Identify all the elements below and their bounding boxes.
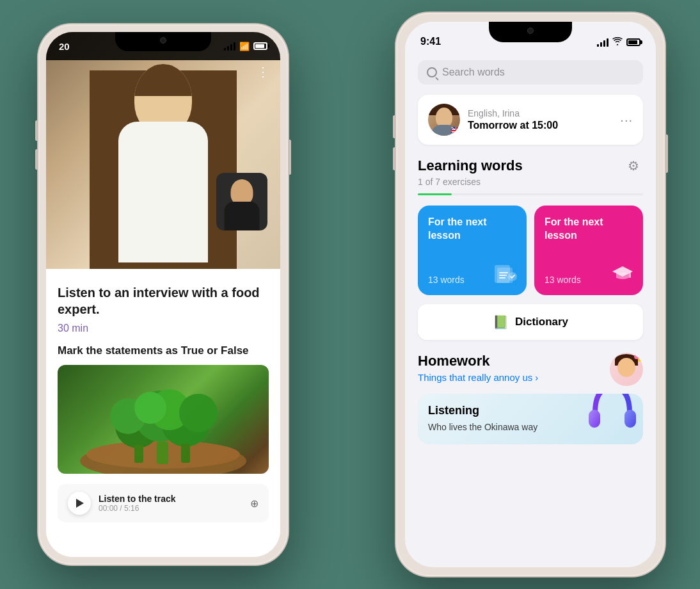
camera-left <box>160 37 166 44</box>
person-main <box>99 51 227 269</box>
power-button-right[interactable] <box>665 134 668 173</box>
status-icons-right <box>597 37 640 47</box>
search-icon <box>427 67 437 77</box>
svg-rect-17 <box>589 410 600 428</box>
left-screen: 20 📶 <box>46 32 280 557</box>
listening-card[interactable]: Listening Who lives the Okinawa way <box>418 394 643 444</box>
dictionary-icon: 📗 <box>493 314 509 330</box>
right-phone: 9:41 <box>396 13 665 576</box>
lesson-title: Listen to an interview with a food exper… <box>58 284 269 318</box>
time-right: 9:41 <box>420 36 441 47</box>
food-image <box>58 365 269 474</box>
progress-bar <box>418 193 643 195</box>
tutor-card[interactable]: 🇬🇧 English, Irina Tomorrow at 15:00 ··· <box>418 95 643 145</box>
progress-fill <box>418 193 452 195</box>
audio-player: Listen to the track 00:00 / 5:16 ⊕ <box>58 484 269 522</box>
broccoli-illustration <box>61 368 266 474</box>
audio-time: 00:00 / 5:16 <box>99 504 243 513</box>
search-bar[interactable]: Search words <box>418 60 643 85</box>
listening-text: Who lives the Okinawa way <box>428 421 537 434</box>
notch-right <box>489 22 572 42</box>
volume-up-button-left[interactable] <box>35 120 38 141</box>
volume-down-button-right[interactable] <box>393 147 396 170</box>
settings-gear-icon[interactable]: ⚙ <box>628 158 643 173</box>
wifi-icon-right <box>612 37 623 47</box>
homework-link-text: Things that really annoy us <box>418 372 532 383</box>
svg-rect-11 <box>181 444 190 463</box>
play-button[interactable] <box>68 492 91 515</box>
lesson-content: Listen to an interview with a food exper… <box>46 271 280 557</box>
video-bg: ⋮ <box>46 32 280 269</box>
tutor-avatar: 🇬🇧 <box>428 104 460 136</box>
video-area: ⋮ <box>46 32 280 269</box>
svg-rect-16 <box>629 271 631 278</box>
power-button-left[interactable] <box>288 140 291 175</box>
dictionary-label: Dictionary <box>515 316 568 328</box>
homework-avatar <box>610 353 643 386</box>
play-icon <box>76 499 84 508</box>
homework-left: Homework Things that really annoy us › <box>418 353 538 383</box>
listening-title: Listening <box>428 404 537 417</box>
homework-chevron-icon: › <box>535 372 538 383</box>
person-small-pip <box>216 173 267 230</box>
battery-icon-right <box>626 38 640 46</box>
homework-title: Homework <box>418 353 538 369</box>
lesson-instruction: Mark the statements as True or False <box>58 344 269 357</box>
notch-left <box>115 32 211 51</box>
volume-down-button-left[interactable] <box>35 149 38 170</box>
time-left: 20 <box>59 41 70 52</box>
signal-icon-right <box>597 38 609 47</box>
more-options-button[interactable]: ⋮ <box>257 64 271 79</box>
svg-rect-9 <box>157 442 168 464</box>
svg-rect-10 <box>134 445 143 463</box>
lesson-duration: 30 min <box>58 323 269 334</box>
lesson-card-2[interactable]: For the nextlesson 13 words <box>534 206 643 295</box>
audio-settings-icon[interactable]: ⊕ <box>250 497 259 510</box>
svg-point-8 <box>134 392 166 424</box>
right-screen: 9:41 <box>405 22 656 567</box>
headphone-visual <box>582 394 643 444</box>
signal-icon-left <box>224 42 235 51</box>
wifi-icon-left: 📶 <box>239 42 250 51</box>
tutor-language: English, Irina <box>468 108 612 118</box>
svg-point-7 <box>179 394 218 432</box>
dictionary-button[interactable]: 📗 Dictionary <box>418 304 643 340</box>
battery-icon-left <box>253 42 267 50</box>
lesson-card-1[interactable]: For the nextlesson 13 words <box>418 206 527 295</box>
audio-info: Listen to the track 00:00 / 5:16 <box>99 494 243 513</box>
audio-title: Listen to the track <box>99 494 243 504</box>
learning-words-header: Learning words ⚙ <box>418 157 643 174</box>
card-1-icon <box>493 262 518 287</box>
volume-up-button-right[interactable] <box>393 115 396 138</box>
tutor-more-options[interactable]: ··· <box>620 113 633 127</box>
homework-link[interactable]: Things that really annoy us › <box>418 372 538 383</box>
lesson-cards-row: For the nextlesson 13 words <box>418 206 643 295</box>
learning-words-title: Learning words <box>418 157 523 174</box>
search-placeholder: Search words <box>442 67 505 78</box>
card-2-label: For the nextlesson <box>545 216 633 243</box>
left-phone: 20 📶 <box>38 24 288 565</box>
card-1-label: For the nextlesson <box>428 216 516 243</box>
svg-rect-18 <box>624 410 636 428</box>
right-phone-content: Search words 🇬🇧 English, Irina Tomorrow … <box>405 52 656 567</box>
tutor-scheduled-time: Tomorrow at 15:00 <box>468 120 612 131</box>
learning-words-subtitle: 1 of 7 exercises <box>418 177 643 187</box>
listening-content: Listening Who lives the Okinawa way <box>428 404 537 434</box>
camera-right <box>527 28 534 34</box>
status-icons-left: 📶 <box>224 42 267 51</box>
homework-section: Homework Things that really annoy us › <box>418 353 643 386</box>
tutor-info: English, Irina Tomorrow at 15:00 <box>468 108 612 131</box>
card-2-icon <box>611 262 634 287</box>
flag-badge: 🇬🇧 <box>450 125 460 136</box>
